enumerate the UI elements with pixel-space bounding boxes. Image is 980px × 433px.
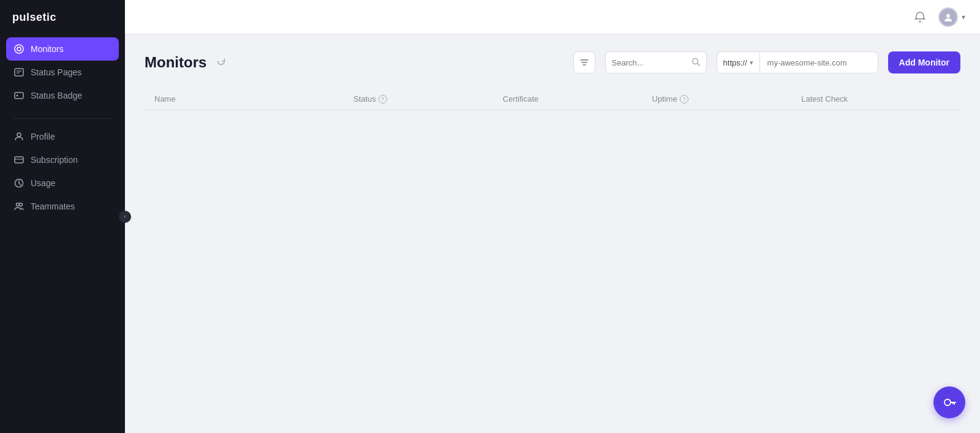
url-input[interactable] <box>760 51 878 73</box>
chevron-down-icon: ▾ <box>962 13 965 21</box>
profile-label: Profile <box>31 132 55 141</box>
col-header-uptime: Uptime ? <box>652 94 802 104</box>
add-monitor-button[interactable]: Add Monitor <box>888 51 960 73</box>
avatar <box>938 7 958 27</box>
sidebar: pulsetic Monitors <box>0 0 125 433</box>
table-body <box>145 110 960 355</box>
teammates-icon <box>13 201 24 212</box>
col-header-name: Name <box>154 94 353 104</box>
content-header: Monitors <box>145 51 960 73</box>
col-header-certificate: Certificate <box>503 94 652 104</box>
status-pages-icon <box>13 67 24 78</box>
search-container <box>605 51 707 73</box>
profile-icon <box>13 131 24 142</box>
url-container: https:// ▾ <box>717 51 878 73</box>
nav-divider <box>13 118 111 119</box>
uptime-info-icon[interactable]: ? <box>680 95 688 104</box>
filter-button[interactable] <box>573 51 595 73</box>
svg-point-7 <box>17 133 21 137</box>
svg-point-12 <box>20 203 23 206</box>
avatar-inner <box>940 9 957 26</box>
fab-button[interactable] <box>933 386 965 418</box>
status-badge-icon <box>13 90 24 101</box>
page-title: Monitors <box>145 54 206 71</box>
sidebar-item-usage[interactable]: Usage <box>6 171 119 195</box>
teammates-label: Teammates <box>31 201 75 211</box>
sidebar-item-teammates[interactable]: Teammates <box>6 195 119 218</box>
sidebar-nav: Monitors Status Pages <box>0 37 125 433</box>
table-header: Name Status ? Certificate Uptime ? Lates… <box>145 88 960 110</box>
notification-bell-button[interactable] <box>910 7 930 27</box>
col-header-latest-check: Latest Check <box>801 94 951 104</box>
svg-point-0 <box>15 45 23 53</box>
svg-point-13 <box>946 14 950 18</box>
sidebar-item-status-badge[interactable]: Status Badge <box>6 84 119 107</box>
search-icon <box>692 58 700 68</box>
svg-point-1 <box>17 47 21 51</box>
usage-label: Usage <box>31 178 55 188</box>
main-area: ▾ Monitors <box>125 0 980 433</box>
subscription-icon <box>13 154 24 165</box>
monitors-label: Monitors <box>31 44 64 54</box>
refresh-icon[interactable] <box>216 56 226 69</box>
url-protocol-selector[interactable]: https:// ▾ <box>717 51 760 73</box>
status-badge-label: Status Badge <box>31 91 82 100</box>
content-area: Monitors <box>125 34 980 433</box>
svg-rect-2 <box>15 69 23 76</box>
usage-icon <box>13 178 24 189</box>
col-header-status: Status ? <box>353 94 503 104</box>
app-logo: pulsetic <box>0 0 125 37</box>
svg-rect-5 <box>15 92 23 99</box>
search-input[interactable] <box>612 58 692 67</box>
sidebar-item-monitors[interactable]: Monitors <box>6 37 119 61</box>
sidebar-item-subscription[interactable]: Subscription <box>6 148 119 171</box>
nav-primary: Monitors Status Pages <box>6 37 119 107</box>
svg-rect-8 <box>15 157 23 163</box>
sidebar-item-status-pages[interactable]: Status Pages <box>6 61 119 84</box>
status-pages-label: Status Pages <box>31 67 81 77</box>
monitor-icon <box>13 43 24 55</box>
protocol-chevron-icon: ▾ <box>750 59 753 67</box>
svg-point-15 <box>944 399 951 405</box>
status-info-icon[interactable]: ? <box>379 95 387 104</box>
topbar: ▾ <box>125 0 980 34</box>
svg-point-6 <box>17 95 18 97</box>
subscription-label: Subscription <box>31 155 78 165</box>
sidebar-item-profile[interactable]: Profile <box>6 125 119 148</box>
protocol-label: https:// <box>723 58 747 67</box>
key-icon <box>943 396 956 409</box>
sidebar-collapse-button[interactable]: ‹ <box>119 211 131 223</box>
nav-secondary: Profile Subscription <box>6 125 119 218</box>
user-menu[interactable]: ▾ <box>938 7 965 27</box>
